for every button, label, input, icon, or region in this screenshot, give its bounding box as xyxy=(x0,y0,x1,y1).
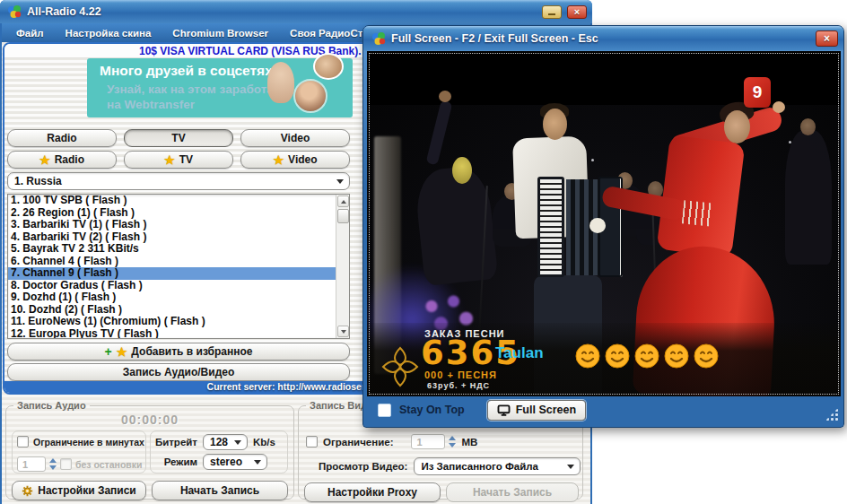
mode-select[interactable]: stereo xyxy=(203,454,267,470)
chevron-down-icon xyxy=(254,460,261,468)
country-select[interactable]: 1. Russia xyxy=(7,172,350,190)
smiley-icon xyxy=(634,343,659,369)
gear-icon xyxy=(22,485,33,497)
player-controls-bar: Stay On Top Full Screen xyxy=(367,396,841,423)
mode-label: Режим xyxy=(151,456,197,467)
limit-minutes-label: Ограничение в минутах xyxy=(33,437,144,448)
bitrate-label: Битрейт xyxy=(151,437,197,448)
channel-list-item[interactable]: 12. Europa Plyus TV ( Flash ) xyxy=(8,328,336,340)
channel-list: 1. 100 TV SPB ( Flash ) 2. 26 Region (1)… xyxy=(7,194,350,339)
stepper-up-icon[interactable] xyxy=(449,432,456,440)
channel-list-item[interactable]: 11. EuroNews (1) (Chromium) ( Flash ) xyxy=(8,316,336,328)
menu-chromium-browser[interactable]: Chromium Browser xyxy=(162,28,279,39)
minimize-button[interactable] xyxy=(542,5,562,19)
smiley-icon xyxy=(664,343,689,369)
banner-line3: на Webtransfer xyxy=(107,98,195,111)
tab-favorite-tv[interactable]: ★TV xyxy=(124,151,233,169)
channel-list-item[interactable]: 5. Bayrak TV 2 311 KBit/s xyxy=(8,243,336,256)
player-titlebar: Full Screen - F2 / Exit Full Screen - Es… xyxy=(363,26,843,50)
channel-list-item[interactable]: 4. Barbariki TV (2) ( Flash ) xyxy=(8,231,336,244)
ornament-icon xyxy=(381,346,419,387)
close-icon[interactable]: × xyxy=(567,5,587,19)
menu-skin-settings[interactable]: Настройка скина xyxy=(55,28,162,39)
proxy-settings-button[interactable]: Настройки Proxy xyxy=(304,482,441,502)
stepper-down-icon[interactable] xyxy=(49,465,57,474)
desktop: All-Radio 4.22 × Файл Настройка скина Ch… xyxy=(0,0,847,504)
bitrate-select[interactable]: 128 xyxy=(203,434,248,450)
banner-line2: Узнай, как на этом заработать xyxy=(107,83,287,96)
audio-record-group: Запись Аудио 00:00:00 Ограничение в мину… xyxy=(5,400,294,500)
server-status-text: Current server: http://www.radioser xyxy=(207,381,365,392)
size-stepper[interactable]: 1 xyxy=(411,432,456,451)
tab-favorite-radio[interactable]: ★Radio xyxy=(7,151,117,169)
player-window-title: Full Screen - F2 / Exit Full Screen - Es… xyxy=(391,32,810,45)
tab-radio[interactable]: Radio xyxy=(7,129,117,147)
tab-tv[interactable]: TV xyxy=(124,129,233,147)
record-timer: 00:00:00 xyxy=(6,413,293,427)
size-limit-checkbox[interactable] xyxy=(306,436,318,448)
channel-list-item[interactable]: 10. Dozhd (2) ( Flash ) xyxy=(8,304,336,317)
menu-file[interactable]: Файл xyxy=(5,28,55,39)
minutes-stepper[interactable]: 1 xyxy=(17,455,57,474)
scroll-down-icon[interactable] xyxy=(337,326,349,337)
player-window: Full Screen - F2 / Exit Full Screen - Es… xyxy=(362,25,844,428)
preview-source-select[interactable]: Из Записанного Файла xyxy=(414,457,581,475)
audio-group-legend: Запись Аудио xyxy=(13,400,90,411)
smiley-icon xyxy=(575,343,600,369)
dancer-glove xyxy=(589,218,606,233)
channel-list-item[interactable]: 1. 100 TV SPB ( Flash ) xyxy=(8,195,336,207)
star-icon: ★ xyxy=(273,154,284,166)
song-order-overlay: ЗАКАЗ ПЕСНИ 6365 000 + ПЕСНЯ 63руб. + НД… xyxy=(367,323,841,396)
resize-grip[interactable] xyxy=(825,408,838,421)
star-icon: ★ xyxy=(164,154,175,166)
scroll-up-icon[interactable] xyxy=(337,196,349,207)
orchestra-musician xyxy=(785,130,832,265)
tab-favorite-video[interactable]: ★Video xyxy=(240,151,350,169)
limit-minutes-checkbox[interactable] xyxy=(17,436,29,448)
record-audio-video-button[interactable]: Запись Аудио/Видео xyxy=(7,363,350,381)
tab-video[interactable]: Video xyxy=(240,129,350,147)
stepper-up-icon[interactable] xyxy=(49,455,57,463)
add-to-favorites-button[interactable]: + ★ Добавить в избранное xyxy=(7,343,350,361)
audio-limit-panel: Ограничение в минутах 1 без остановки xyxy=(12,430,146,474)
dancer-head xyxy=(724,110,750,143)
stay-on-top-label: Stay On Top xyxy=(399,404,465,416)
audio-format-panel: Битрейт 128 Kb/s Режим stereo xyxy=(150,430,288,474)
size-limit-label: Ограничение: xyxy=(323,437,393,448)
star-icon: ★ xyxy=(117,346,127,358)
stage-sparkle xyxy=(789,141,791,143)
channel-list-item[interactable]: 3. Barbariki TV (1) ( Flash ) xyxy=(8,219,336,231)
ad-banner[interactable]: Много друзей в соцсетях? Узнай, как на э… xyxy=(87,58,353,117)
video-surface[interactable]: 9 ЗАКАЗ ПЕСНИ 6365 000 + ПЕСНЯ 63руб. + … xyxy=(367,51,841,396)
nonstop-label: без остановки xyxy=(75,459,142,470)
nonstop-checkbox[interactable] xyxy=(60,458,72,470)
plus-icon: + xyxy=(105,345,112,358)
dancer-torso xyxy=(657,135,746,257)
channel-list-item[interactable]: 2. 26 Region (1) ( Flash ) xyxy=(8,207,336,220)
full-screen-button[interactable]: Full Screen xyxy=(487,400,586,421)
channel-list-item-selected[interactable]: 7. Channel 9 ( Flash ) xyxy=(8,267,336,280)
channel-list-item[interactable]: 8. Doctor Gradus ( Flash ) xyxy=(8,280,336,292)
main-window-title: All-Radio 4.22 xyxy=(27,5,537,18)
chevron-down-icon xyxy=(336,179,344,187)
stay-on-top-checkbox[interactable] xyxy=(378,404,391,417)
preview-label: Просмотр Видео: xyxy=(319,461,407,472)
stepper-down-icon[interactable] xyxy=(449,443,456,451)
scrollbar[interactable] xyxy=(336,195,349,338)
price-line: 000 + ПЕСНЯ xyxy=(424,369,497,380)
app-icon xyxy=(371,31,386,46)
start-video-record-button[interactable]: Начать Запись xyxy=(446,482,579,502)
smiley-icon xyxy=(694,343,719,369)
close-icon[interactable]: × xyxy=(816,30,838,47)
channel-list-item[interactable]: 6. Channel 4 ( Flash ) xyxy=(8,256,336,268)
monitor-icon xyxy=(497,404,511,416)
main-titlebar: All-Radio 4.22 × xyxy=(0,0,592,23)
scrollbar-thumb[interactable] xyxy=(337,209,349,223)
artist-name: Taulan xyxy=(495,344,544,362)
start-audio-record-button[interactable]: Начать Запись xyxy=(152,481,288,500)
accordion-keyboard xyxy=(537,177,564,277)
avatar xyxy=(313,53,344,80)
record-settings-button[interactable]: Настройки Записи xyxy=(12,481,146,500)
channel-list-item[interactable]: 9. Dozhd (1) ( Flash ) xyxy=(8,291,336,304)
app-icon xyxy=(7,4,22,19)
